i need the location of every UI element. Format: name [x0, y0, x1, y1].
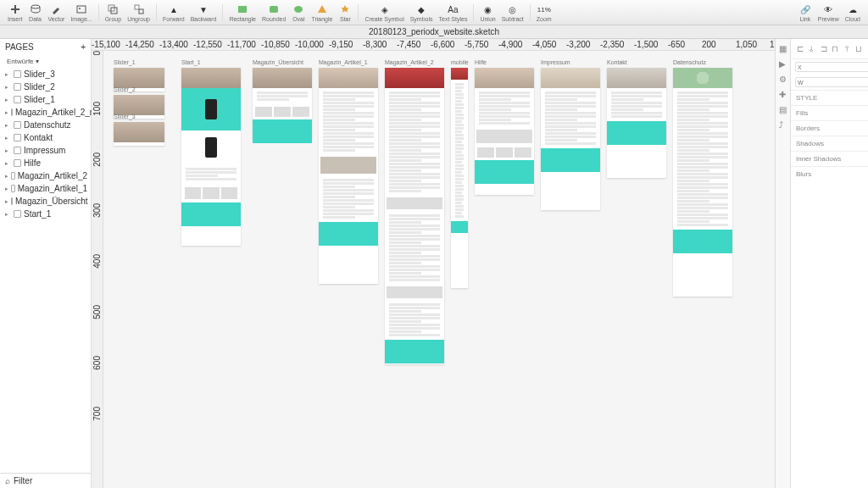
blurs-section[interactable]: Blurs [791, 166, 868, 181]
artboard[interactable]: Start_1 [181, 68, 241, 246]
plus-icon [8, 3, 22, 16]
artboard-icon [14, 210, 21, 218]
layer-item[interactable]: ▸Slider_2 [0, 80, 91, 93]
svg-rect-8 [139, 9, 143, 14]
disclosure-icon: ▸ [5, 135, 11, 141]
document-tab[interactable]: 20180123_periodx_website.sketch [0, 25, 868, 39]
ruler-horizontal[interactable]: -15,100-14,250-13,400-12,550-11,700-10,8… [92, 39, 775, 51]
artboard[interactable]: Magazin_Übersicht [253, 68, 312, 139]
layer-label: Slider_3 [24, 69, 55, 79]
artboard-label: Magazin_Artikel_1 [319, 59, 368, 65]
plus-icon[interactable]: ✚ [779, 90, 787, 98]
layer-label: Magazin_Artikel_2 [18, 171, 87, 180]
svg-rect-1 [11, 8, 19, 10]
artboard[interactable]: Slider_3 [114, 122, 164, 146]
filter-icon: ⌕ [5, 476, 10, 485]
layer-label: Hilfe [24, 158, 41, 168]
canvas[interactable]: Slider_1Slider_2Slider_3Start_1Magazin_Ü… [103, 51, 775, 488]
link-button[interactable]: 🔗Link [796, 2, 815, 23]
backward-button[interactable]: ▼Backward [188, 2, 220, 23]
artboard[interactable]: Magazin_Artikel_1 [319, 68, 378, 284]
layer-item[interactable]: ▸Magazin_Artikel_2 [0, 169, 91, 182]
layer-item[interactable]: ▸Hilfe [0, 157, 91, 169]
data-button[interactable]: Data [26, 2, 45, 23]
play-icon[interactable]: ▶ [779, 59, 787, 68]
disclosure-icon: ▸ [5, 122, 11, 129]
shadows-section[interactable]: Shadows [791, 136, 868, 151]
oval-icon [292, 3, 305, 16]
inner-shadows-section[interactable]: Inner Shadows [791, 151, 868, 166]
layer-filter[interactable]: ⌕Filter [0, 473, 91, 488]
layer-item[interactable]: ▸Magazin_Artikel_1 [0, 182, 91, 195]
layer-item[interactable]: ▸Impressum [0, 144, 91, 157]
artboard[interactable]: mobile [451, 68, 468, 288]
artboard-label: Hilfe [475, 59, 487, 65]
artboard[interactable]: Datenschutz [673, 68, 732, 297]
disclosure-icon: ▸ [5, 97, 11, 103]
group-button[interactable]: Group [103, 2, 124, 23]
preview-button[interactable]: 👁Preview [815, 2, 842, 23]
align-right-icon[interactable]: ⊐ [819, 44, 829, 54]
align-left-icon[interactable]: ⊏ [795, 44, 805, 54]
layer-item[interactable]: ▸Slider_1 [0, 93, 91, 106]
svg-point-11 [294, 6, 303, 13]
zoom-control[interactable]: 11%Zoom [534, 2, 554, 23]
rounded-button[interactable]: Rounded [259, 2, 288, 23]
disclosure-icon: ▸ [5, 186, 8, 192]
star-button[interactable]: Star [336, 2, 354, 23]
ruler-vertical[interactable]: 0100200300400500600700 [92, 51, 103, 488]
text-styles-button[interactable]: AaText Styles [437, 2, 470, 23]
forward-button[interactable]: ▲Forward [160, 2, 187, 23]
ungroup-button[interactable]: Ungroup [125, 2, 153, 23]
w-field[interactable] [795, 77, 868, 87]
settings-icon[interactable]: ⚙ [779, 75, 787, 83]
align-bottom-icon[interactable]: ⊔ [854, 44, 864, 54]
grid-icon[interactable]: ▤ [779, 105, 787, 114]
svg-point-2 [31, 5, 40, 8]
layer-label: Magazin_Artikel_1 [18, 184, 87, 193]
triangle-button[interactable]: Triangle [309, 2, 335, 23]
pages-header: PAGES+ [0, 39, 91, 55]
union-button[interactable]: ◉Union [477, 2, 498, 23]
x-field[interactable] [795, 62, 868, 72]
image-icon [75, 3, 88, 16]
add-page-icon[interactable]: + [81, 42, 86, 52]
artboard[interactable]: Hilfe [475, 68, 534, 195]
layer-item[interactable]: ▸Magazin_Artikel_2_mobile_V2 [0, 106, 91, 119]
link-icon: 🔗 [798, 3, 812, 16]
subtract-button[interactable]: ◎Subtract [499, 2, 526, 23]
artboard-label: Slider_2 [114, 86, 136, 92]
artboard[interactable]: Impressum [541, 68, 600, 210]
align-middle-icon[interactable]: ⫯ [842, 44, 852, 54]
svg-rect-3 [77, 6, 86, 13]
disclosure-icon: ▸ [5, 160, 11, 167]
borders-section[interactable]: Borders [791, 120, 868, 136]
fills-section[interactable]: Fills [791, 105, 868, 120]
layer-label: Magazin_Übersicht [15, 197, 88, 206]
insert-button[interactable]: Insert [5, 2, 25, 23]
create-symbol-button[interactable]: ◈Create Symbol [362, 2, 406, 23]
disclosure-icon: ▸ [5, 71, 11, 78]
oval-button[interactable]: Oval [289, 2, 308, 23]
cloud-button[interactable]: ☁Cloud [843, 2, 863, 23]
image-button[interactable]: Image... [68, 2, 94, 23]
vector-button[interactable]: Vector [46, 2, 68, 23]
align-top-icon[interactable]: ⊓ [830, 44, 840, 54]
text-icon: Aa [446, 3, 459, 16]
symbols-button[interactable]: ◆Symbols [408, 2, 436, 23]
layer-label: Datenschutz [24, 120, 71, 130]
artboard[interactable]: Magazin_Artikel_2 [385, 68, 444, 364]
align-center-icon[interactable]: ⫰ [807, 44, 817, 54]
artboard-icon [14, 70, 21, 78]
artboard[interactable]: Kontakt [607, 68, 666, 178]
rectangle-button[interactable]: Rectangle [226, 2, 259, 23]
layer-item[interactable]: ▸Datenschutz [0, 119, 91, 131]
align-icon[interactable]: ▦ [779, 44, 787, 53]
export-icon[interactable]: ⤴ [779, 120, 787, 129]
layer-item[interactable]: ▸Start_1 [0, 208, 91, 220]
union-icon: ◉ [481, 3, 495, 16]
page-name[interactable]: Entwürfe ▾ [0, 55, 91, 68]
layer-item[interactable]: ▸Magazin_Übersicht [0, 195, 91, 208]
layer-item[interactable]: ▸Slider_3 [0, 68, 91, 80]
layer-item[interactable]: ▸Kontakt [0, 131, 91, 144]
